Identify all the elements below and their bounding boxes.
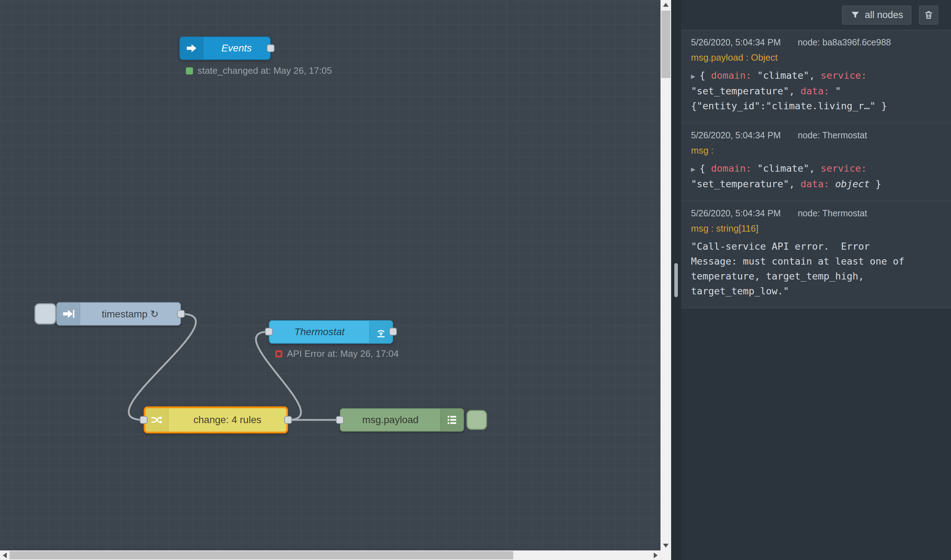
debug-message: 5/26/2020, 5:04:34 PM node: Thermostat m… [681,123,951,201]
scroll-up-button[interactable] [660,0,671,9]
debug-token: {"entity_id":"climate.living_r…" } [691,100,887,111]
message-content: "Call-service API error. ErrorMessage: m… [691,239,941,298]
message-timestamp: 5/26/2020, 5:04:34 PM [691,130,781,140]
scroll-right-button[interactable] [651,551,660,560]
node-events[interactable]: Events [180,37,271,60]
debug-sidebar: all nodes 5/26/2020, 5:04:34 PM node: ba… [681,0,951,560]
inject-trigger-button[interactable] [34,303,56,325]
message-property: msg : [691,145,941,156]
port-inject-output[interactable] [177,310,185,318]
trash-icon [924,10,934,20]
shuffle-icon [145,408,168,432]
debug-token: service: [820,70,866,81]
chevron-down-icon [663,544,669,548]
debug-token: , [789,86,800,97]
debug-token: service: [820,163,866,174]
message-content: ▶ { domain: "climate", service:"set_temp… [691,161,941,192]
scroll-down-button[interactable] [660,541,671,551]
debug-token: "climate" [757,163,809,174]
debug-token: domain: [711,163,757,174]
debug-message-meta: 5/26/2020, 5:04:34 PM node: Thermostat [691,130,941,140]
node-inject-label: timestamp ↻ [80,303,180,325]
status-ok-indicator [186,68,193,74]
debug-content-line: "set_temperature", data: " [691,84,941,98]
debug-message: 5/26/2020, 5:04:34 PM node: Thermostat m… [681,201,951,308]
node-inject-timestamp[interactable]: timestamp ↻ [56,302,181,326]
debug-token: { [700,163,711,174]
port-debug-input[interactable] [336,416,344,424]
node-debug-label: msg.payload [340,409,440,431]
expand-toggle-icon[interactable]: ▶ [691,165,700,174]
node-red-editor: Events state_changed at: May 26, 17:05 t… [0,0,951,560]
chevron-right-icon [654,552,658,558]
node-thermostat-label: Thermostat [269,321,369,343]
debug-token: " [835,86,841,97]
vertical-scrollbar[interactable] [660,0,671,551]
expand-toggle-icon[interactable]: ▶ [691,72,700,80]
debug-token: data: [800,86,836,97]
debug-content-line: "set_temperature", data: object } [691,177,941,192]
message-timestamp: 5/26/2020, 5:04:34 PM [691,208,781,218]
debug-filter-label: all nodes [865,9,903,21]
debug-token: target_temp_low." [691,286,789,297]
debug-content-line: {"entity_id":"climate.living_r…" } [691,98,941,114]
separator-grip-handle[interactable] [674,263,678,297]
debug-token: domain: [711,70,757,81]
status-text: state_changed at: May 26, 17:05 [198,65,332,76]
arrow-right-icon [180,37,203,59]
filter-funnel-icon [850,10,860,20]
port-events-output[interactable] [267,44,275,52]
node-change[interactable]: change: 4 rules [144,406,288,433]
debug-token: { [700,70,711,81]
message-property: msg : string[116] [691,223,941,234]
horizontal-scrollbar[interactable] [0,551,671,560]
debug-token: "Call-service API error. Error [691,241,870,252]
debug-token: "climate" [757,70,809,81]
vertical-scrollbar-thumb[interactable] [661,11,671,78]
wire-inject-to-change[interactable] [129,314,196,420]
chevron-up-icon [663,3,669,7]
message-source-node: node: ba8a396f.6ce988 [798,37,891,48]
node-events-label: Events [203,37,270,59]
debug-message-meta: 5/26/2020, 5:04:34 PM node: ba8a396f.6ce… [691,37,941,48]
status-error-indicator [275,351,282,357]
debug-enable-toggle[interactable] [466,410,487,430]
debug-messages-list: 5/26/2020, 5:04:34 PM node: ba8a396f.6ce… [681,30,951,308]
node-thermostat[interactable]: Thermostat [269,320,393,344]
debug-token: , [789,178,800,189]
port-change-input[interactable] [140,416,148,424]
node-thermostat-status: API Error at: May 26, 17:04 [275,348,399,359]
debug-content-line: Message: must contain at least one of [691,254,941,269]
message-timestamp: 5/26/2020, 5:04:34 PM [691,37,781,48]
debug-content-line: "Call-service API error. Error [691,239,941,254]
inject-arrow-icon [57,303,80,325]
node-debug-msg-payload[interactable]: msg.payload [340,408,464,432]
debug-token: } [870,178,882,189]
node-change-label: change: 4 rules [168,408,286,432]
wires-layer [0,0,660,551]
debug-token: "set_temperature" [691,86,789,97]
flow-canvas[interactable]: Events state_changed at: May 26, 17:05 t… [0,0,660,551]
debug-content-line: target_temp_low." [691,284,941,298]
message-content: ▶ { domain: "climate", service:"set_temp… [691,68,941,114]
sidebar-separator[interactable] [671,0,681,560]
status-text: API Error at: May 26, 17:04 [287,348,399,359]
debug-content-line: ▶ { domain: "climate", service: [691,161,941,177]
scroll-left-button[interactable] [0,551,9,560]
debug-clear-button[interactable] [919,6,938,25]
port-change-output[interactable] [284,416,292,424]
debug-token: "set_temperature" [691,178,789,189]
port-thermostat-input[interactable] [265,328,273,335]
debug-token: temperature, target_temp_high, [691,271,864,282]
list-icon [440,409,463,431]
debug-filter-button[interactable]: all nodes [842,6,911,25]
debug-message: 5/26/2020, 5:04:34 PM node: ba8a396f.6ce… [681,30,951,123]
port-thermostat-output[interactable] [389,328,397,335]
chevron-left-icon [3,552,7,558]
debug-token: Message: must contain at least one of [691,256,904,267]
debug-token: data: [800,178,836,189]
debug-token: , [809,70,821,81]
debug-content-line: temperature, target_temp_high, [691,269,941,284]
horizontal-scrollbar-thumb[interactable] [9,551,513,559]
debug-sidebar-header: all nodes [681,0,951,30]
